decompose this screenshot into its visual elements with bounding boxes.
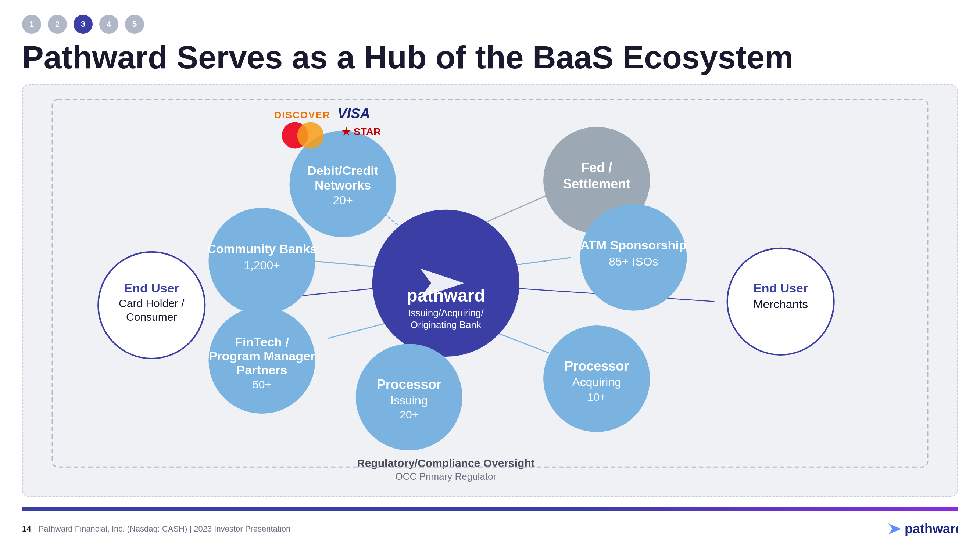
diagram-area: pathward Issuing/Acquiring/ Originating … (22, 84, 958, 497)
step-4[interactable]: 4 (99, 15, 118, 34)
svg-text:Consumer: Consumer (126, 311, 177, 323)
svg-text:DISCOVER: DISCOVER (275, 110, 331, 121)
svg-text:Community Banks: Community Banks (207, 242, 317, 256)
ecosystem-diagram: pathward Issuing/Acquiring/ Originating … (23, 85, 957, 496)
svg-text:★ STAR: ★ STAR (342, 126, 381, 138)
svg-marker-47 (888, 524, 901, 535)
svg-text:Settlement: Settlement (563, 176, 630, 191)
svg-text:Originating Bank: Originating Bank (410, 319, 482, 330)
svg-text:VISA: VISA (337, 106, 370, 122)
step-2[interactable]: 2 (48, 15, 67, 34)
svg-text:Debit/Credit: Debit/Credit (307, 164, 378, 178)
svg-text:Card Holder /: Card Holder / (119, 297, 185, 309)
svg-text:85+ ISOs: 85+ ISOs (609, 255, 658, 268)
step-indicators: 1 2 3 4 5 (22, 15, 958, 34)
svg-text:End User: End User (124, 281, 179, 295)
page-title: Pathward Serves as a Hub of the BaaS Eco… (22, 40, 958, 74)
step-1[interactable]: 1 (22, 15, 41, 34)
svg-text:Processor: Processor (564, 359, 629, 373)
footer-left: 14 Pathward Financial, Inc. (Nasdaq: CAS… (22, 524, 290, 534)
svg-text:Fed /: Fed / (581, 160, 612, 175)
svg-text:20+: 20+ (333, 194, 353, 207)
svg-text:Processor: Processor (377, 377, 441, 392)
pathward-logo-svg: pathward (885, 518, 958, 540)
svg-text:FinTech /: FinTech / (235, 335, 289, 349)
svg-text:ATM Sponsorship: ATM Sponsorship (581, 238, 687, 252)
step-3[interactable]: 3 (73, 15, 92, 34)
svg-text:10+: 10+ (587, 391, 606, 403)
svg-text:pathward: pathward (905, 521, 958, 536)
svg-text:Acquiring: Acquiring (572, 375, 621, 389)
step-5[interactable]: 5 (125, 15, 144, 34)
page-number: 14 (22, 524, 31, 534)
bottom-bar (22, 507, 958, 511)
footer-logo: pathward (885, 518, 958, 540)
svg-point-20 (298, 122, 324, 149)
svg-text:Program Manager: Program Manager (209, 349, 315, 363)
svg-text:20+: 20+ (399, 408, 418, 421)
svg-text:Issuing: Issuing (390, 394, 428, 407)
svg-text:Issuing/Acquiring/: Issuing/Acquiring/ (408, 308, 484, 319)
svg-text:pathward: pathward (407, 286, 485, 305)
svg-text:50+: 50+ (253, 378, 271, 391)
svg-text:Partners: Partners (236, 363, 287, 377)
company-info: Pathward Financial, Inc. (Nasdaq: CASH) … (38, 524, 291, 534)
svg-text:1,200+: 1,200+ (244, 259, 280, 272)
footer: 14 Pathward Financial, Inc. (Nasdaq: CAS… (22, 511, 958, 540)
svg-text:End User: End User (753, 281, 808, 295)
svg-text:Networks: Networks (315, 178, 371, 192)
svg-text:Merchants: Merchants (753, 297, 808, 311)
svg-text:OCC Primary Regulator: OCC Primary Regulator (396, 471, 496, 482)
page-container: 1 2 3 4 5 Pathward Serves as a Hub of th… (0, 0, 980, 551)
